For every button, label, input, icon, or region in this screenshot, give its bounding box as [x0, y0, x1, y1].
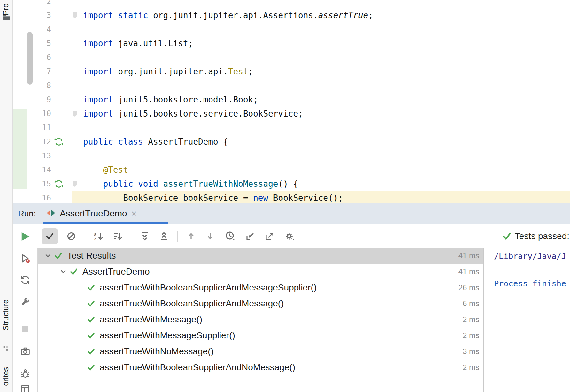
chevron-down-icon: [59, 268, 67, 275]
previous-failed-test-button[interactable]: [185, 230, 197, 243]
line-number[interactable]: 8: [13, 81, 51, 90]
test-tree-row[interactable]: assertTrueWithBooleanSupplierAndMessageS…: [38, 280, 483, 296]
run-test-gutter-button[interactable]: [51, 137, 66, 146]
code-text[interactable]: import java.util.List;: [83, 36, 193, 50]
sort-duration-icon: [112, 231, 123, 241]
line-number[interactable]: 2: [13, 0, 51, 6]
fold-marker-icon[interactable]: [73, 181, 77, 187]
code-token: [133, 179, 138, 189]
toolwindow-button-project[interactable]: Pro: [1, 0, 10, 15]
test-tree-row[interactable]: assertTrueWithBooleanSupplierAndMessage(…: [38, 296, 483, 312]
test-results-tree: Test Results41 msAssertTrueDemo41 msasse…: [37, 248, 483, 392]
close-tab-icon[interactable]: ×: [131, 209, 137, 218]
test-tree-row[interactable]: assertTrueWithBooleanSupplierAndNoMessag…: [38, 359, 483, 375]
test-duration: 3 ms: [463, 347, 479, 356]
code-line: 16 BookService bookService = new BookSer…: [13, 191, 570, 203]
line-number[interactable]: 12: [13, 137, 51, 146]
line-number[interactable]: 3: [13, 11, 51, 20]
code-line: 12public class AssertTrueDemo {: [13, 135, 570, 149]
sort-by-duration-button[interactable]: [112, 230, 123, 243]
show-ignored-toggle-button[interactable]: [65, 230, 77, 243]
code-token: java.util.List;: [113, 39, 193, 48]
test-settings-button[interactable]: [283, 230, 297, 243]
code-line: 4: [13, 22, 570, 36]
show-passed-toggle-button[interactable]: [42, 228, 58, 244]
code-text[interactable]: import static org.junit.jupiter.api.Asse…: [83, 8, 373, 22]
restore-layout-button[interactable]: [20, 384, 30, 392]
line-number[interactable]: 11: [13, 123, 51, 132]
next-failed-test-button[interactable]: [204, 230, 216, 243]
code-token: void: [138, 179, 158, 189]
fold-marker-icon[interactable]: [73, 111, 77, 117]
toolwindow-button-favorites[interactable]: orites: [1, 367, 10, 386]
test-duration: 26 ms: [458, 283, 479, 292]
code-text[interactable]: public class AssertTrueDemo {: [83, 135, 228, 149]
line-number[interactable]: 13: [13, 151, 51, 160]
expand-all-icon: [140, 231, 150, 241]
line-number[interactable]: 4: [13, 25, 51, 34]
toolwindow-button-structure[interactable]: Structure: [1, 299, 10, 330]
rerun-failed-tests-button[interactable]: [20, 253, 30, 265]
toggle-auto-test-button[interactable]: [20, 275, 30, 286]
code-line: 11: [13, 121, 570, 135]
test-passed-check-icon: [86, 331, 96, 340]
wrench-icon: [20, 297, 30, 306]
code-token: public: [103, 179, 133, 189]
line-number[interactable]: 9: [13, 95, 51, 104]
code-text[interactable]: import org.junit.jupiter.api.Test;: [83, 64, 253, 79]
line-number[interactable]: 6: [13, 53, 51, 62]
project-folder-icon: [2, 13, 11, 23]
code-text[interactable]: import junit5.bookstore.model.Book;: [83, 93, 258, 107]
check-icon: [87, 299, 95, 308]
line-number[interactable]: 10: [13, 109, 51, 118]
code-token: import: [83, 109, 113, 118]
thread-dump-button[interactable]: [20, 346, 30, 358]
expand-chevron[interactable]: [42, 252, 54, 260]
code-token: assertTrue: [318, 11, 368, 20]
stop-button[interactable]: [21, 325, 29, 334]
code-token: Test: [228, 67, 248, 76]
code-text[interactable]: @Test: [83, 163, 128, 177]
fold-column: [66, 111, 83, 117]
expand-all-button[interactable]: [139, 230, 150, 243]
test-duration: 2 ms: [463, 315, 479, 324]
collapse-all-button[interactable]: [158, 230, 170, 243]
line-number[interactable]: 5: [13, 39, 51, 48]
test-tree-row[interactable]: assertTrueWithNoMessage()3 ms: [38, 343, 483, 359]
import-test-results-button[interactable]: [245, 230, 256, 243]
test-duration: 2 ms: [463, 331, 479, 340]
run-test-gutter-button[interactable]: [51, 179, 66, 188]
test-passed-check-icon: [86, 363, 96, 372]
test-passed-check-icon: [86, 283, 96, 292]
code-line: 3import static org.junit.jupiter.api.Ass…: [13, 8, 570, 22]
test-tree-row[interactable]: AssertTrueDemo41 ms: [38, 264, 483, 280]
fold-marker-icon[interactable]: [73, 12, 77, 18]
run-panel-title: Run:: [18, 203, 36, 224]
tests-passed-status: Tests passed:: [502, 231, 570, 241]
check-icon: [502, 231, 512, 241]
expand-chevron[interactable]: [58, 268, 69, 275]
rerun-tests-button[interactable]: [19, 231, 31, 244]
test-tree-row[interactable]: assertTrueWithMessage()2 ms: [38, 312, 483, 328]
code-text[interactable]: public void assertTrueWithNoMessage() {: [83, 177, 298, 191]
test-tree-row[interactable]: Test Results41 ms: [38, 248, 483, 264]
test-tree-row[interactable]: assertTrueWithMessageSupplier()2 ms: [38, 328, 483, 343]
test-history-button[interactable]: [224, 230, 237, 243]
line-number[interactable]: 15: [13, 179, 51, 188]
code-text[interactable]: BookService bookService = new BookServic…: [83, 191, 343, 203]
run-configuration-tab[interactable]: AssertTrueDemo ×: [43, 203, 140, 224]
code-token: ;: [368, 11, 373, 20]
export-test-results-button[interactable]: [264, 230, 275, 243]
code-token: BookService bookService =: [83, 193, 253, 203]
test-duration: 2 ms: [463, 363, 479, 372]
check-icon: [45, 231, 55, 241]
code-text[interactable]: import junit5.bookstore.service.BookServ…: [83, 107, 303, 121]
svg-text:z: z: [94, 236, 96, 241]
debug-button[interactable]: [20, 369, 30, 380]
sort-alphabetically-button[interactable]: az: [93, 230, 104, 243]
settings-wrench-button[interactable]: [20, 297, 30, 308]
line-number[interactable]: 16: [13, 193, 51, 202]
line-number[interactable]: 7: [13, 67, 51, 76]
line-number[interactable]: 14: [13, 165, 51, 174]
console-command-line: /Library/Java/J: [494, 252, 566, 261]
